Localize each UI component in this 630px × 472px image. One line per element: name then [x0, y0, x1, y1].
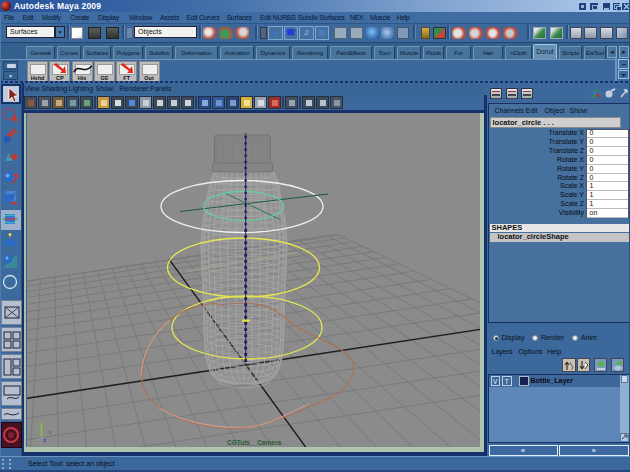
svg-text:x: x	[49, 429, 52, 435]
svg-text:CGTuts__Camera: CGTuts__Camera	[227, 439, 281, 446]
svg-text:y: y	[40, 420, 43, 426]
